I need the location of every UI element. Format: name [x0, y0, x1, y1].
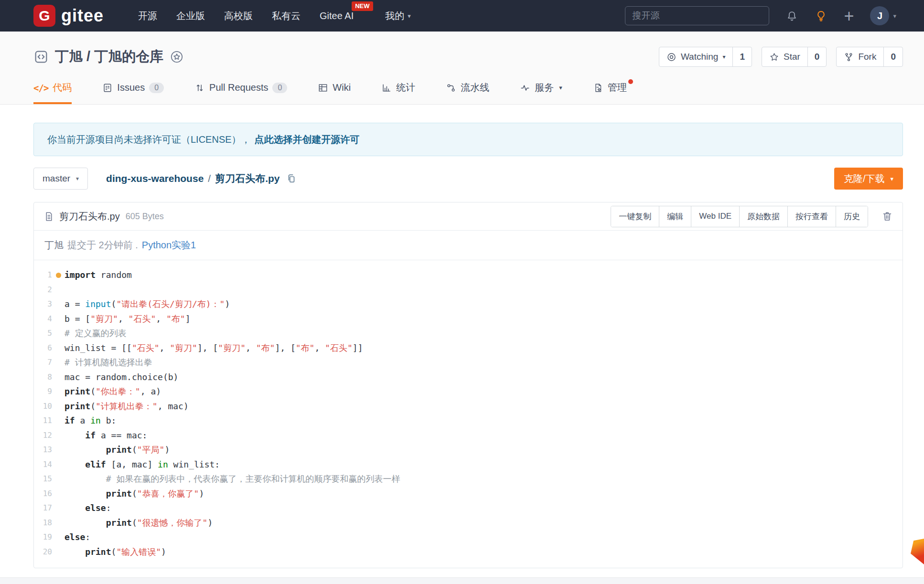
tab-code-label: 代码 — [53, 81, 72, 94]
tab-service[interactable]: 服务▾ — [520, 81, 562, 104]
branch-name: master — [43, 173, 70, 184]
nav-mine[interactable]: 我的▾ — [385, 0, 411, 32]
watching-label: Watching — [681, 52, 719, 62]
nav-enterprise[interactable]: 企业版 — [176, 0, 205, 32]
code-line: 17 else: — [34, 501, 903, 516]
commit-row: 丁旭 提交于 2分钟前 . Python实验1 — [34, 230, 903, 260]
file-icon — [43, 211, 54, 222]
copy-all-button[interactable]: 一键复制 — [611, 206, 659, 227]
lightbulb-icon[interactable] — [815, 10, 827, 22]
tab-pull-requests[interactable]: Pull Requests0 — [194, 81, 287, 104]
line-number[interactable]: 3 — [34, 297, 52, 312]
line-number[interactable]: 16 — [34, 487, 52, 501]
line-number[interactable]: 1 — [34, 268, 52, 283]
line-number[interactable]: 13 — [34, 443, 52, 457]
eye-icon — [666, 52, 677, 62]
code-text: print("平局") — [64, 443, 170, 457]
code-icon: </> — [33, 83, 48, 93]
watching-button[interactable]: Watching ▾ 1 — [659, 47, 752, 67]
code-text: import random — [64, 268, 132, 283]
line-number[interactable]: 6 — [34, 341, 52, 356]
breadcrumb-repo[interactable]: ding-xus-warehouse — [106, 173, 204, 184]
web-ide-button[interactable]: Web IDE — [691, 206, 739, 227]
new-badge: NEW — [352, 1, 373, 11]
bell-icon[interactable] — [785, 10, 798, 22]
line-number[interactable]: 18 — [34, 516, 52, 531]
code-line: 16 print("恭喜，你赢了") — [34, 487, 903, 501]
tab-manage[interactable]: 管理 — [593, 81, 627, 104]
fork-count[interactable]: 0 — [883, 47, 903, 66]
breadcrumb-file: 剪刀石头布.py — [215, 172, 279, 185]
gutter-spacer — [52, 472, 64, 487]
tab-stats[interactable]: 统计 — [381, 81, 415, 104]
code-line: 6win_list = [["石头", "剪刀"], ["剪刀", "布"], … — [34, 341, 903, 356]
commit-message-link[interactable]: Python实验1 — [142, 239, 196, 252]
line-number[interactable]: 15 — [34, 472, 52, 487]
branch-selector[interactable]: master ▾ — [33, 168, 88, 190]
commit-meta: 提交于 2分钟前 . — [67, 239, 138, 252]
nav-gitee-ai[interactable]: Gitee AINEW — [320, 0, 354, 32]
license-banner: 你当前开源项目尚未选择许可证（LICENSE）， 点此选择并创建开源许可 — [33, 123, 903, 156]
line-number[interactable]: 19 — [34, 530, 52, 545]
nav-education[interactable]: 高校版 — [224, 0, 253, 32]
clone-download-button[interactable]: 克隆/下载 ▾ — [834, 168, 903, 190]
medal-icon[interactable] — [170, 50, 184, 64]
code-line: 5# 定义赢的列表 — [34, 326, 903, 341]
gitee-logo[interactable]: G gitee — [33, 5, 104, 27]
fork-button[interactable]: Fork 0 — [836, 47, 903, 67]
chevron-down-icon: ▾ — [559, 84, 562, 91]
nav-mine-label: 我的 — [385, 10, 404, 22]
line-number[interactable]: 8 — [34, 370, 52, 385]
line-number[interactable]: 17 — [34, 501, 52, 516]
tab-issues[interactable]: Issues0 — [102, 81, 164, 104]
gutter-spacer — [52, 428, 64, 443]
line-number[interactable]: 2 — [34, 283, 52, 297]
star-button[interactable]: Star 0 — [762, 47, 827, 67]
commit-author[interactable]: 丁旭 — [44, 239, 64, 252]
user-menu[interactable]: J ▾ — [870, 6, 896, 25]
raw-data-button[interactable]: 原始数据 — [739, 206, 787, 227]
code-line: 20 print("输入错误") — [34, 545, 903, 560]
tab-code[interactable]: </>代码 — [33, 81, 72, 104]
line-number[interactable]: 10 — [34, 399, 52, 414]
code-line: 15 # 如果在赢的列表中，代表你赢了，主要你和计算机的顺序要和赢的列表一样 — [34, 472, 903, 487]
line-number[interactable]: 7 — [34, 355, 52, 370]
gutter-spacer — [52, 370, 64, 385]
avatar: J — [870, 6, 889, 25]
gutter-spacer — [52, 341, 64, 356]
gutter-spacer — [52, 312, 64, 327]
code-text: b = ["剪刀", "石头", "布"] — [64, 312, 190, 327]
line-number[interactable]: 9 — [34, 384, 52, 399]
copy-path-icon[interactable] — [286, 173, 297, 184]
pull-request-icon — [194, 83, 205, 93]
line-number[interactable]: 11 — [34, 414, 52, 428]
star-count[interactable]: 0 — [807, 47, 827, 66]
star-icon — [769, 52, 779, 62]
gutter-spacer — [52, 501, 64, 516]
tab-wiki-label: Wiki — [333, 82, 351, 93]
history-button[interactable]: 历史 — [836, 206, 868, 227]
trash-icon[interactable] — [881, 211, 893, 222]
plus-icon[interactable]: + — [844, 10, 854, 22]
nav-private-cloud[interactable]: 私有云 — [272, 0, 301, 32]
line-number[interactable]: 5 — [34, 326, 52, 341]
chevron-down-icon: ▾ — [722, 53, 725, 60]
edit-button[interactable]: 编辑 — [659, 206, 691, 227]
code-text: print("你出拳：", a) — [64, 384, 161, 399]
gutter-spacer — [52, 530, 64, 545]
license-link[interactable]: 点此选择并创建开源许可 — [255, 133, 360, 146]
line-number[interactable]: 12 — [34, 428, 52, 443]
line-number[interactable]: 4 — [34, 312, 52, 327]
watching-count[interactable]: 1 — [732, 47, 752, 66]
repo-header: 丁旭 / 丁旭的仓库 Watching ▾ 1 Star 0 — [0, 32, 924, 105]
tab-pipeline[interactable]: 流水线 — [446, 81, 489, 104]
line-number[interactable]: 20 — [34, 545, 52, 560]
repo-icon — [33, 49, 49, 64]
line-number[interactable]: 14 — [34, 457, 52, 472]
nav-opensource[interactable]: 开源 — [138, 0, 157, 32]
line-view-button[interactable]: 按行查看 — [787, 206, 836, 227]
search-input[interactable] — [625, 6, 769, 25]
floating-badge[interactable] — [911, 539, 924, 564]
repo-tabs: </>代码Issues0Pull Requests0Wiki统计流水线服务▾管理 — [33, 67, 903, 104]
tab-wiki[interactable]: Wiki — [318, 81, 351, 104]
